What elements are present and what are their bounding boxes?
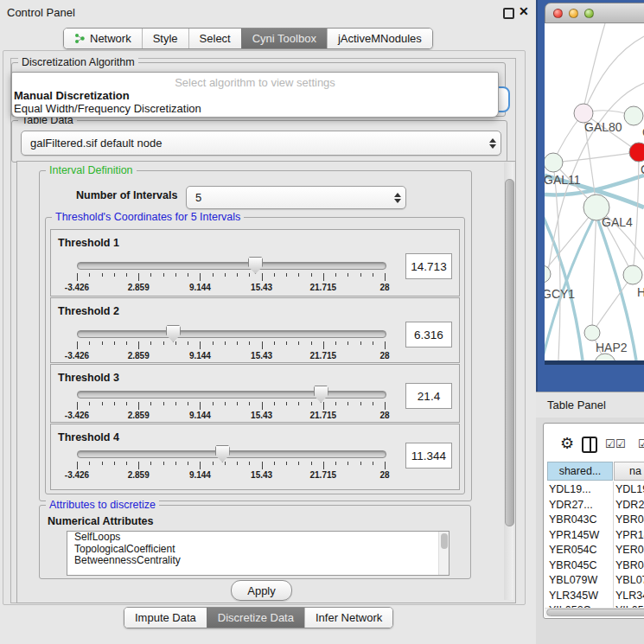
cell-shared-name: YDL19... [549,483,591,495]
network-node-c[interactable] [629,143,644,162]
slider-tick [237,402,238,405]
slider-tick [274,462,275,465]
slider-tick [323,402,324,410]
threshold-1-slider[interactable] [77,262,386,270]
threshold-2-slider[interactable] [77,330,386,338]
threshold-3-slider-handle[interactable] [314,386,328,403]
cell-name: YLR34 [615,590,644,602]
numerical-attributes-list[interactable]: SelfLoopsTopologicalCoefficientBetweenne… [67,531,450,576]
slider-tick [262,273,263,281]
threshold-4-value-field[interactable]: 11.344 [405,443,452,469]
number-of-intervals-combo[interactable]: 5 [186,186,406,209]
threshold-1-slider-handle[interactable] [248,257,263,274]
app-screen: Control Panel ✕ NetworkStyleSelectCyni T… [0,0,644,644]
cell-name: YPR14 [615,529,644,541]
settings-gear-icon[interactable]: ⚙ [560,434,574,453]
slider-tick [175,341,176,345]
slider-tick [286,341,287,345]
threshold-2-value-field[interactable]: 6.316 [405,322,452,348]
horizontal-scrollbar-thumb[interactable] [546,609,644,616]
attributes-group-title: Attributes to discretize [46,499,159,511]
threshold-3-slider[interactable] [77,391,386,399]
slider-tick [163,402,164,405]
combo-stepper-icon [485,138,501,149]
slider-tick [249,273,250,277]
slider-tick-label: -3.426 [65,351,89,360]
tab-infer-network[interactable]: Infer Network [304,608,392,628]
slider-tick-label: 9.144 [189,470,211,480]
tab-select[interactable]: Select [188,29,241,48]
algorithm-option-equal-width-frequency-discretization[interactable]: Equal Width/Frequency Discretization [14,102,201,115]
slider-tick [262,402,263,410]
tab-cyni-toolbox[interactable]: Cyni Toolbox [241,29,327,48]
attribute-item-selfloops[interactable]: SelfLoops [67,532,449,544]
algorithm-option-manual-discretization[interactable]: Manual Discretization [14,89,130,102]
attribute-item-betweennesscentrality[interactable]: BetweennessCentrality [67,555,449,567]
slider-tick-label: 15.43 [251,283,272,292]
close-icon[interactable]: ✕ [519,4,529,18]
slider-tick [348,341,348,345]
tab-label: jActiveMNodules [338,32,422,45]
slider-tick [360,462,361,465]
list-scrollbar-thumb[interactable] [441,533,448,549]
split-panel-icon[interactable] [582,437,597,453]
slider-tick [126,462,127,465]
table-data-combo[interactable]: galFiltered.sif default node [21,131,501,156]
slider-tick [298,462,299,465]
minimize-traffic-light-icon[interactable] [569,9,578,18]
column-visibility-icon[interactable]: ☑ [615,437,626,450]
tab-label: Cyni Toolbox [252,32,316,45]
slider-tick [249,462,250,465]
threshold-1-value-field[interactable]: 14.713 [405,253,452,279]
network-node-ga[interactable] [624,106,643,125]
tab-style[interactable]: Style [142,29,188,48]
slider-tick-label: 21.715 [310,470,337,480]
column-header-name[interactable]: na [614,462,644,481]
zoom-traffic-light-icon[interactable] [584,9,594,18]
list-scrollbar[interactable] [438,532,449,575]
network-node-gal11[interactable] [545,153,563,172]
threshold-1-label: Threshold 1 [58,237,119,249]
slider-tick [150,462,151,465]
threshold-4-slider[interactable] [77,450,386,458]
table-data-combo-value: galFiltered.sif default node [22,137,485,150]
tab-jactivemnodules[interactable]: jActiveMNodules [327,29,432,48]
network-node-h[interactable] [623,265,642,284]
slider-tick [335,273,336,277]
threshold-4-slider-handle[interactable] [215,445,230,462]
table-rows[interactable]: YDL19...YDL19YDR27...YDR27YBR043CYBR04YP… [545,481,644,608]
slider-tick [311,462,312,465]
column-visibility-icon[interactable]: ☑ [638,437,644,450]
slider-tick [114,341,115,345]
tab-label: Style [153,32,178,45]
slider-tick [200,462,201,469]
tab-impute-data[interactable]: Impute Data [124,608,207,628]
cell-shared-name: YBR043C [549,513,597,526]
slider-tick [274,402,275,405]
slider-tick [348,462,348,465]
attribute-item-topologicalcoefficient[interactable]: TopologicalCoefficient [67,544,449,556]
slider-tick [348,273,348,277]
threshold-4-label: Threshold 4 [58,431,119,443]
network-node-hap2[interactable] [584,325,600,341]
threshold-2-slider-handle[interactable] [166,325,181,342]
vertical-scrollbar-thumb[interactable] [505,179,514,526]
slider-tick [262,462,263,469]
threshold-3-value-field[interactable]: 21.4 [405,383,452,409]
column-header-shared-name[interactable]: shared... [547,462,613,481]
tab-discretize-data[interactable]: Discretize Data [207,608,304,628]
network-node-gcy1[interactable] [545,265,551,283]
slider-tick [348,402,348,405]
slider-tick [200,273,201,281]
tab-network[interactable]: Network [64,29,142,48]
network-node[interactable] [595,354,615,360]
close-traffic-light-icon[interactable] [553,9,563,18]
column-visibility-icon[interactable]: ☑ [605,437,615,450]
apply-button[interactable]: Apply [231,580,292,601]
slider-tick [213,341,214,345]
slider-tick [114,402,115,405]
slider-tick [150,273,151,277]
float-window-icon[interactable] [503,8,514,19]
network-canvas[interactable]: GAL80GACGAL11GAL4GCY1HHAP2 [545,23,644,360]
slider-tick-label: 15.43 [251,470,272,480]
